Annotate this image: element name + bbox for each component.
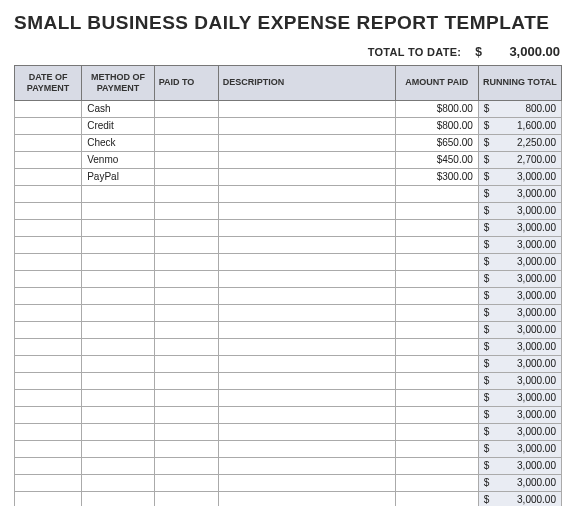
cell-date[interactable] (15, 321, 82, 338)
cell-description[interactable] (218, 406, 395, 423)
cell-description[interactable] (218, 134, 395, 151)
cell-paid-to[interactable] (154, 423, 218, 440)
cell-date[interactable] (15, 100, 82, 117)
cell-description[interactable] (218, 270, 395, 287)
cell-date[interactable] (15, 168, 82, 185)
cell-paid-to[interactable] (154, 270, 218, 287)
cell-method[interactable] (82, 474, 155, 491)
cell-amount[interactable] (395, 372, 478, 389)
cell-description[interactable] (218, 423, 395, 440)
cell-amount[interactable] (395, 321, 478, 338)
cell-method[interactable] (82, 338, 155, 355)
cell-date[interactable] (15, 117, 82, 134)
cell-method[interactable] (82, 406, 155, 423)
cell-paid-to[interactable] (154, 321, 218, 338)
cell-method[interactable]: Venmo (82, 151, 155, 168)
cell-amount[interactable]: $800.00 (395, 100, 478, 117)
cell-paid-to[interactable] (154, 100, 218, 117)
cell-method[interactable] (82, 236, 155, 253)
cell-paid-to[interactable] (154, 440, 218, 457)
cell-date[interactable] (15, 236, 82, 253)
cell-method[interactable] (82, 253, 155, 270)
cell-method[interactable] (82, 440, 155, 457)
cell-amount[interactable] (395, 423, 478, 440)
cell-description[interactable] (218, 100, 395, 117)
cell-description[interactable] (218, 321, 395, 338)
cell-amount[interactable] (395, 457, 478, 474)
cell-date[interactable] (15, 372, 82, 389)
cell-paid-to[interactable] (154, 168, 218, 185)
cell-paid-to[interactable] (154, 491, 218, 506)
cell-description[interactable] (218, 236, 395, 253)
cell-date[interactable] (15, 474, 82, 491)
cell-date[interactable] (15, 134, 82, 151)
cell-paid-to[interactable] (154, 253, 218, 270)
cell-description[interactable] (218, 219, 395, 236)
cell-amount[interactable] (395, 389, 478, 406)
cell-paid-to[interactable] (154, 304, 218, 321)
cell-description[interactable] (218, 287, 395, 304)
cell-paid-to[interactable] (154, 202, 218, 219)
cell-paid-to[interactable] (154, 406, 218, 423)
cell-date[interactable] (15, 151, 82, 168)
cell-method[interactable]: Cash (82, 100, 155, 117)
cell-description[interactable] (218, 355, 395, 372)
cell-amount[interactable] (395, 304, 478, 321)
cell-description[interactable] (218, 338, 395, 355)
cell-paid-to[interactable] (154, 151, 218, 168)
cell-paid-to[interactable] (154, 372, 218, 389)
cell-description[interactable] (218, 457, 395, 474)
cell-paid-to[interactable] (154, 457, 218, 474)
cell-description[interactable] (218, 372, 395, 389)
cell-amount[interactable] (395, 355, 478, 372)
cell-method[interactable] (82, 185, 155, 202)
cell-paid-to[interactable] (154, 219, 218, 236)
cell-amount[interactable] (395, 338, 478, 355)
cell-description[interactable] (218, 491, 395, 506)
cell-amount[interactable]: $300.00 (395, 168, 478, 185)
cell-paid-to[interactable] (154, 287, 218, 304)
cell-date[interactable] (15, 406, 82, 423)
cell-method[interactable] (82, 202, 155, 219)
cell-method[interactable] (82, 372, 155, 389)
cell-date[interactable] (15, 440, 82, 457)
cell-date[interactable] (15, 270, 82, 287)
cell-paid-to[interactable] (154, 338, 218, 355)
cell-description[interactable] (218, 117, 395, 134)
cell-paid-to[interactable] (154, 474, 218, 491)
cell-amount[interactable] (395, 185, 478, 202)
cell-paid-to[interactable] (154, 134, 218, 151)
cell-date[interactable] (15, 202, 82, 219)
cell-method[interactable]: PayPal (82, 168, 155, 185)
cell-date[interactable] (15, 355, 82, 372)
cell-description[interactable] (218, 168, 395, 185)
cell-method[interactable] (82, 270, 155, 287)
cell-amount[interactable] (395, 287, 478, 304)
cell-date[interactable] (15, 389, 82, 406)
cell-method[interactable] (82, 304, 155, 321)
cell-description[interactable] (218, 185, 395, 202)
cell-date[interactable] (15, 253, 82, 270)
cell-method[interactable] (82, 491, 155, 506)
cell-paid-to[interactable] (154, 185, 218, 202)
cell-method[interactable] (82, 287, 155, 304)
cell-description[interactable] (218, 304, 395, 321)
cell-amount[interactable] (395, 202, 478, 219)
cell-amount[interactable] (395, 236, 478, 253)
cell-date[interactable] (15, 287, 82, 304)
cell-method[interactable] (82, 423, 155, 440)
cell-amount[interactable] (395, 406, 478, 423)
cell-amount[interactable]: $650.00 (395, 134, 478, 151)
cell-paid-to[interactable] (154, 117, 218, 134)
cell-method[interactable] (82, 355, 155, 372)
cell-amount[interactable] (395, 270, 478, 287)
cell-date[interactable] (15, 338, 82, 355)
cell-date[interactable] (15, 423, 82, 440)
cell-date[interactable] (15, 219, 82, 236)
cell-amount[interactable]: $800.00 (395, 117, 478, 134)
cell-amount[interactable] (395, 491, 478, 506)
cell-date[interactable] (15, 491, 82, 506)
cell-method[interactable] (82, 389, 155, 406)
cell-paid-to[interactable] (154, 389, 218, 406)
cell-description[interactable] (218, 474, 395, 491)
